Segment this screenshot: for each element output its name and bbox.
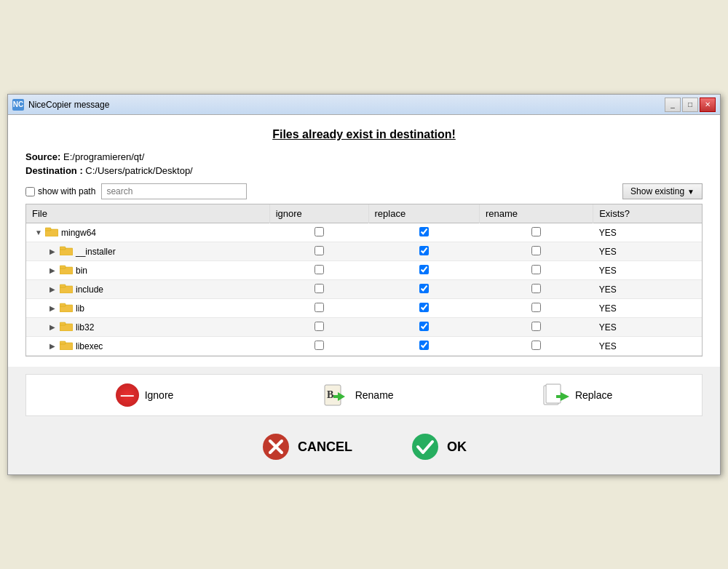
ok-button[interactable]: OK xyxy=(396,426,481,467)
replace-icon xyxy=(543,382,569,408)
file-name-cell: ▶ lib32 xyxy=(26,318,269,337)
destination-label: Destination : xyxy=(25,165,83,176)
ignore-checkbox[interactable] xyxy=(314,284,324,293)
source-label: Source: xyxy=(25,151,60,162)
replace-checkbox[interactable] xyxy=(419,284,429,293)
replace-cell xyxy=(368,337,479,356)
table-header: File ignore replace rename Exists? xyxy=(26,204,702,223)
action-icons-row: — Ignore B Rename xyxy=(25,374,703,416)
rename-checkbox[interactable] xyxy=(531,265,541,274)
replace-checkbox[interactable] xyxy=(419,322,429,331)
search-input[interactable] xyxy=(101,183,247,199)
replace-checkbox[interactable] xyxy=(419,341,429,350)
svg-rect-9 xyxy=(60,303,66,306)
exists-cell: YES xyxy=(593,299,702,318)
ignore-label: Ignore xyxy=(145,389,174,401)
file-name: libexec xyxy=(76,341,103,351)
svg-rect-13 xyxy=(60,341,66,344)
svg-point-25 xyxy=(412,434,438,460)
replace-checkbox[interactable] xyxy=(419,303,429,312)
replace-checkbox[interactable] xyxy=(419,265,429,274)
expand-arrow-icon[interactable]: ▶ xyxy=(50,285,57,293)
replace-action[interactable]: Replace xyxy=(543,382,612,408)
replace-cell xyxy=(368,223,479,242)
ignore-checkbox[interactable] xyxy=(314,303,324,312)
folder-icon xyxy=(60,245,73,258)
ignore-action[interactable]: — Ignore xyxy=(116,383,174,407)
ignore-checkbox[interactable] xyxy=(314,341,324,350)
svg-rect-11 xyxy=(60,322,66,325)
file-table: File ignore replace rename Exists? ▼ min… xyxy=(26,204,702,356)
exists-cell: YES xyxy=(593,261,702,280)
ignore-icon: — xyxy=(116,383,139,407)
folder-icon xyxy=(60,264,73,276)
table-row: ▶ bin YES xyxy=(26,261,702,280)
rename-cell xyxy=(479,261,593,280)
expand-arrow-icon[interactable]: ▶ xyxy=(50,266,57,274)
file-name: mingw64 xyxy=(61,228,96,238)
footer-button-row: CANCEL OK xyxy=(25,426,703,467)
show-with-path-label[interactable]: show with path xyxy=(25,186,95,196)
rename-checkbox[interactable] xyxy=(531,246,541,255)
file-table-scroll[interactable]: File ignore replace rename Exists? ▼ min… xyxy=(26,204,702,356)
close-button[interactable]: ✕ xyxy=(700,98,716,112)
svg-rect-3 xyxy=(60,247,66,250)
rename-action[interactable]: B Rename xyxy=(323,382,394,408)
rename-cell xyxy=(479,337,593,356)
expand-arrow-icon[interactable]: ▼ xyxy=(35,228,42,236)
file-name-cell: ▶ bin xyxy=(26,261,269,280)
expand-arrow-icon[interactable]: ▶ xyxy=(50,323,57,331)
svg-rect-17 xyxy=(333,395,341,398)
replace-checkbox[interactable] xyxy=(419,246,429,255)
exists-cell: YES xyxy=(593,223,702,242)
rename-checkbox[interactable] xyxy=(531,284,541,293)
table-row: ▼ mingw64 YES xyxy=(26,223,702,242)
title-bar: NC NiceCopier message _ □ ✕ xyxy=(8,95,720,115)
dialog-content: Files already exist in destination! Sour… xyxy=(8,115,720,367)
source-row: Source: E:/programieren/qt/ xyxy=(25,151,703,162)
file-name: include xyxy=(76,284,103,295)
col-replace: replace xyxy=(368,204,479,223)
replace-checkbox[interactable] xyxy=(419,227,429,236)
ignore-checkbox[interactable] xyxy=(314,227,324,236)
col-ignore: ignore xyxy=(269,204,368,223)
rename-checkbox[interactable] xyxy=(531,227,541,236)
exists-cell: YES xyxy=(593,242,702,261)
table-controls-row: show with path Show existing ▼ xyxy=(25,183,703,199)
rename-cell xyxy=(479,223,593,242)
rename-cell xyxy=(479,299,593,318)
title-bar-controls: _ □ ✕ xyxy=(665,98,716,112)
ignore-checkbox[interactable] xyxy=(314,265,324,274)
dropdown-arrow-icon: ▼ xyxy=(687,188,695,196)
col-rename: rename xyxy=(479,204,593,223)
svg-text:B: B xyxy=(327,389,333,400)
rename-checkbox[interactable] xyxy=(531,322,541,331)
expand-arrow-icon[interactable]: ▶ xyxy=(50,304,57,312)
svg-rect-5 xyxy=(60,266,66,268)
ignore-checkbox[interactable] xyxy=(314,322,324,331)
expand-arrow-icon[interactable]: ▶ xyxy=(50,342,57,350)
replace-cell xyxy=(368,261,479,280)
svg-rect-1 xyxy=(45,228,51,231)
rename-checkbox[interactable] xyxy=(531,341,541,350)
file-name-cell: ▼ mingw64 xyxy=(26,223,269,242)
rename-icon: B xyxy=(323,382,349,408)
ignore-cell xyxy=(269,242,368,261)
file-table-container: File ignore replace rename Exists? ▼ min… xyxy=(25,204,703,357)
expand-arrow-icon[interactable]: ▶ xyxy=(50,247,57,255)
rename-label: Rename xyxy=(355,389,394,401)
exists-cell: YES xyxy=(593,280,702,299)
window-title: NiceCopier message xyxy=(28,100,109,110)
show-with-path-checkbox[interactable] xyxy=(25,187,35,196)
show-existing-button[interactable]: Show existing ▼ xyxy=(622,183,703,199)
cancel-icon xyxy=(261,432,290,461)
rename-checkbox[interactable] xyxy=(531,303,541,312)
ignore-checkbox[interactable] xyxy=(314,246,324,255)
ok-icon xyxy=(411,432,440,461)
ignore-cell xyxy=(269,223,368,242)
replace-cell xyxy=(368,318,479,337)
cancel-button[interactable]: CANCEL xyxy=(247,426,367,467)
ignore-cell xyxy=(269,337,368,356)
minimize-button[interactable]: _ xyxy=(665,98,681,112)
maximize-button[interactable]: □ xyxy=(682,98,698,112)
